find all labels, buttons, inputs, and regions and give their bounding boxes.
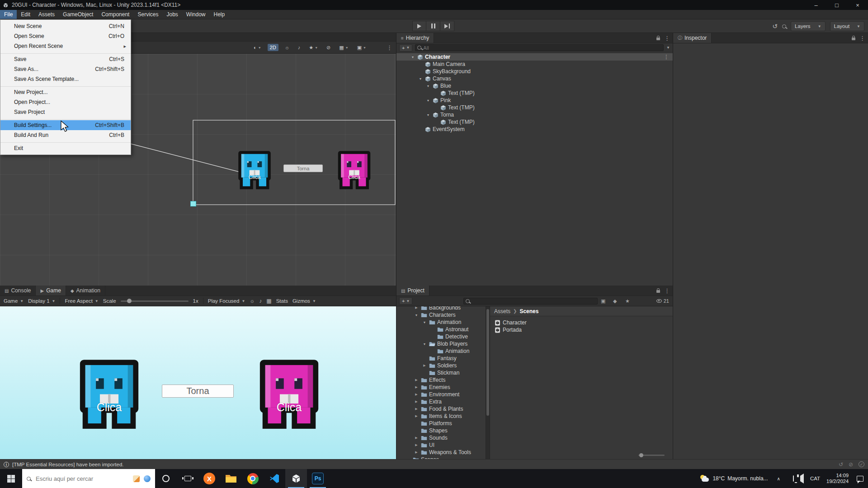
expand-arrow-icon[interactable] [414,400,419,404]
project-folder-row[interactable]: Animation [396,347,486,355]
project-scrollbar[interactable] [486,306,490,459]
expand-arrow-icon[interactable] [414,393,419,396]
blue-character-scene[interactable]: Clica [237,150,272,191]
project-folder-row[interactable]: Environment [396,391,486,398]
asset-zoom-slider[interactable] [638,455,665,456]
xampp-button[interactable]: X [198,469,220,488]
expand-arrow-icon[interactable] [414,407,419,411]
create-asset-button[interactable]: +▼ [399,297,412,305]
pink-character-scene[interactable]: Clica [336,150,372,191]
tab-animation[interactable]: ◆Animation [66,286,105,296]
search-globe-icon[interactable] [144,475,151,482]
unity-taskbar-button[interactable] [285,469,307,488]
expand-arrow-icon[interactable] [425,113,431,117]
scrollbar-thumb[interactable] [486,309,489,416]
file-menu-item[interactable]: Save As Scene Template... [0,74,131,84]
expand-arrow-icon[interactable] [425,99,431,102]
project-folder-row[interactable]: Weapons & Tools [396,449,486,456]
project-folder-row[interactable]: Enemies [396,384,486,391]
hierarchy-item[interactable]: Text (TMP) ⋮ [396,118,673,126]
2d-mode-button[interactable]: 2D▼ [268,44,278,51]
file-menu-item[interactable]: Open Scene Ctrl+O [0,31,131,41]
project-folder-row[interactable]: Characters [396,311,486,319]
torna-button-game[interactable]: Torna [162,385,234,398]
create-menu-button[interactable]: +▼ [399,44,412,52]
zoom-slider-knob[interactable] [639,453,643,457]
tab-game[interactable]: ▶Game [36,286,66,296]
notifications-icon[interactable]: ⊘ [849,461,853,468]
search-by-type-icon[interactable]: ▣ [601,298,605,304]
minimize-button[interactable]: – [806,0,826,10]
expand-arrow-icon[interactable] [425,84,431,88]
grid-visibility-icon[interactable]: ▦▼ [337,44,350,52]
hierarchy-item[interactable]: Torna ⋮ [396,111,673,118]
menu-file[interactable]: File [0,10,17,19]
clock-widget[interactable]: 14:09 19/2/2024 [826,473,849,484]
project-search-input[interactable] [472,299,595,304]
expand-arrow-icon[interactable] [414,436,419,440]
layers-dropdown[interactable]: Layers▼ [791,21,825,31]
screenshot-icon[interactable]: ☼ [250,298,255,304]
scale-slider[interactable] [121,300,189,302]
project-folder-row[interactable]: Soldiers [396,362,486,369]
file-menu-item[interactable]: Exit [0,143,131,153]
packages-visibility-toggle[interactable]: 21 [656,298,669,304]
search-by-label-icon[interactable]: ◆ [613,298,617,304]
project-folder-row[interactable]: Scenes [396,456,486,459]
file-menu-item[interactable]: Save As... Ctrl+Shift+S [0,64,131,74]
hierarchy-item[interactable]: Character ⋮ [396,53,673,61]
cortana-button[interactable] [155,469,177,488]
project-folder-row[interactable]: Sounds [396,434,486,441]
breadcrumb-root[interactable]: Assets [494,308,510,314]
tab-hierarchy[interactable]: ≡Hierarchy [396,33,434,43]
hierarchy-item[interactable]: Text (TMP) ⋮ [396,104,673,111]
project-folder-row[interactable]: Extra [396,398,486,405]
file-menu-item[interactable] [0,140,131,143]
display-mode-dropdown[interactable]: Game▼ [4,298,24,304]
file-menu-item[interactable]: New Project... [0,87,131,97]
hierarchy-item[interactable]: Blue ⋮ [396,82,673,89]
expand-arrow-icon[interactable] [422,343,427,346]
hierarchy-item[interactable]: EventSystem ⋮ [396,126,673,133]
play-button[interactable] [412,21,426,31]
project-folder-row[interactable]: Backgrounds [396,306,486,311]
file-menu-item[interactable] [0,51,131,54]
photoshop-button[interactable]: Ps [307,469,329,488]
breadcrumb-current[interactable]: Scenes [519,308,538,314]
lighting-toggle-icon[interactable]: ☼▼ [283,44,292,51]
tab-inspector[interactable]: ⓘInspector [673,33,712,43]
weather-widget[interactable]: 18°C Mayorm. nubla... [698,475,770,482]
expand-arrow-icon[interactable] [414,450,419,454]
file-explorer-button[interactable] [220,469,242,488]
task-view-button[interactable] [177,469,198,488]
menu-component[interactable]: Component [97,10,133,19]
project-folder-row[interactable]: Detective [396,333,486,340]
play-focused-dropdown[interactable]: Play Focused▼ [208,298,245,304]
project-folder-row[interactable]: UI [396,441,486,449]
hierarchy-item[interactable]: Canvas ⋮ [396,75,673,82]
project-folder-row[interactable]: Shapes [396,427,486,434]
project-folder-row[interactable]: Blob Players [396,340,486,347]
blue-character-game[interactable]: Clica [77,357,141,432]
file-menu-item[interactable] [0,84,131,87]
expand-arrow-icon[interactable] [414,378,419,382]
tab-project[interactable]: ▤Project [396,286,429,296]
search-filter-icon[interactable]: ▼ [666,46,670,50]
project-folder-row[interactable]: Items & Icons [396,413,486,420]
display-dropdown[interactable]: Display 1▼ [28,298,55,304]
scene-camera-settings-icon[interactable]: ▣▼ [355,44,368,52]
lock-icon[interactable] [852,38,855,40]
menu-help[interactable]: Help [210,10,229,19]
aspect-ratio-dropdown[interactable]: Free Aspect▼ [65,298,98,304]
project-folder-row[interactable]: Stickman [396,369,486,376]
vsync-icon[interactable]: ▦ [266,298,271,304]
expand-arrow-icon[interactable] [414,306,419,310]
rect-transform-handle[interactable] [190,201,196,206]
menu-edit[interactable]: Edit [17,10,34,19]
refresh-icon[interactable]: ↺ [839,461,843,468]
Portada[interactable]: Portada [490,326,673,333]
language-indicator[interactable]: CAT [810,476,820,481]
kebab-menu-icon[interactable]: ⋮ [664,54,669,60]
file-menu-item[interactable]: Save Project [0,107,131,117]
hidden-icons-chevron[interactable]: ∧ [777,476,780,481]
